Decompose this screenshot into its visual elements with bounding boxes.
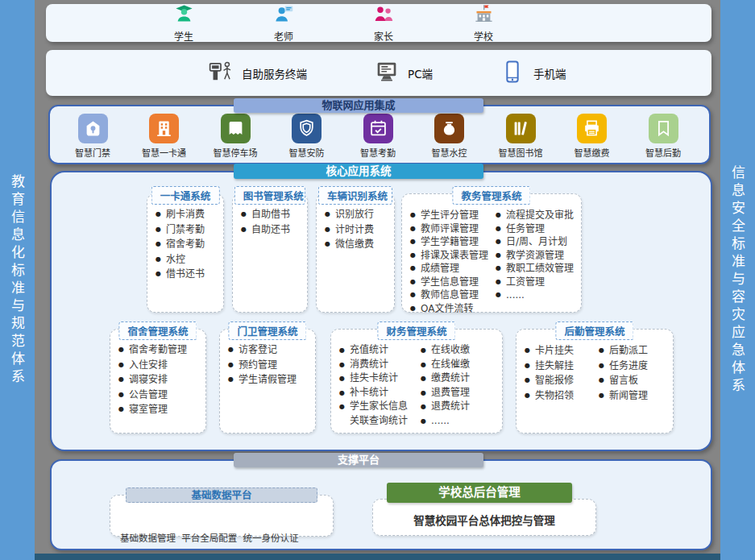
card-vehicle-recognition-system: 车辆识别系统 识别放行计时计费微信缴费: [316, 193, 395, 313]
left-sidebar-label: 教育信息化标准与规范体系: [7, 174, 27, 387]
iot-app-library: 智慧图书馆: [496, 114, 546, 163]
feature-list: 刷卡消费门禁考勤宿舍考勤水控借书还书: [156, 207, 218, 307]
iot-app-logistics: 智慧后勤: [638, 114, 688, 163]
iot-app-label: 智慧缴费: [575, 146, 610, 159]
user-teacher: 老师: [265, 3, 302, 43]
iot-app-label: 智慧考勤: [360, 146, 396, 159]
card-one-card-system: 一卡通系统 刷卡消费门禁考勤宿舍考勤水控借书还书: [147, 193, 224, 313]
iot-app-door-access: 智慧门禁: [68, 114, 118, 163]
list-item: 消费统计: [339, 358, 416, 372]
list-item: 教师信息管理: [410, 288, 491, 302]
card-title: 财务管理系统: [377, 321, 455, 340]
self-service-kiosk-icon: [207, 59, 234, 88]
list-item: 教学资源管理: [496, 249, 576, 263]
list-item: 门禁考勤: [156, 222, 218, 238]
feature-list: 宿舍考勤管理入住安排调寝安排公告管理寝室管理: [118, 342, 201, 428]
list-item: 寝室管理: [118, 402, 201, 417]
list-item: 补卡统计: [339, 386, 416, 400]
list-item: 学生学籍管理: [410, 235, 491, 249]
list-item: 微信缴费: [325, 237, 389, 252]
terminal-mobile: 手机端: [499, 59, 566, 88]
parents-icon: [373, 3, 395, 28]
support-section-header: 支撑平台: [234, 453, 483, 467]
list-item: 教职工绩效管理: [496, 262, 576, 276]
core-panel: 一卡通系统 刷卡消费门禁考勤宿舍考勤水控借书还书 图书管理系统 自助借书自助还书…: [50, 171, 712, 451]
student-icon: [173, 3, 195, 28]
iot-app-label: 智慧水控: [432, 146, 467, 159]
support-panel: 基础数据平台 基础数据管理 平台全局配置 统一身份认证 用户账户与权限管理 单点…: [50, 459, 712, 550]
list-item: 自助借书: [241, 207, 302, 222]
list-item: 借书还书: [156, 267, 218, 282]
core-section-header: 核心应用系统: [234, 164, 483, 179]
user-label: 学生: [174, 29, 193, 43]
iot-app-label: 智慧一卡通: [142, 146, 186, 159]
list-item: ......: [421, 414, 497, 429]
terminal-label: 自助服务终端: [242, 65, 307, 81]
card-title: 图书管理系统: [234, 186, 305, 205]
list-item: 宿舍考勤管理: [118, 342, 201, 358]
iot-app-parking: 智慧停车场: [210, 114, 260, 163]
feature-list: 自助借书自助还书: [241, 207, 302, 307]
iot-app-label: 智慧安防: [289, 146, 325, 159]
smart-campus-architecture-diagram: 教育信息化标准与规范体系 信息安全标准与容灾应急体系 学生 老师 家长 学校 自…: [0, 0, 755, 560]
iot-app-attendance: 智慧考勤: [353, 114, 403, 163]
list-item: 刷卡消费: [156, 207, 218, 222]
user-school: 学校: [465, 3, 502, 43]
water-control-icon: [434, 114, 464, 143]
list-item: 新闻管理: [599, 388, 668, 404]
card-title: 后勤管理系统: [555, 321, 633, 340]
list-item: 充值统计: [339, 343, 416, 358]
list-item: 后勤派工: [599, 343, 668, 359]
card-title: 一卡通系统: [151, 186, 220, 205]
iot-app-one-card: 智慧一卡通: [139, 114, 189, 163]
card-title: 教务管理系统: [452, 186, 530, 205]
terminal-label: 手机端: [533, 65, 566, 81]
iot-app-security: 智慧安防: [282, 114, 332, 163]
library-books-icon: [506, 114, 536, 143]
users-panel: 学生 老师 家长 学校: [46, 4, 711, 42]
user-student: 学生: [165, 3, 202, 43]
terminals-panel: 自助服务终端 PC端 手机端: [46, 50, 711, 96]
feature-list: 后勤派工任务进度留言板新闻管理: [599, 343, 668, 428]
list-item: 成绩管理: [410, 262, 491, 276]
list-item: 调寝安排: [118, 372, 201, 388]
school-icon: [473, 3, 495, 28]
attendance-calendar-icon: [363, 114, 393, 143]
list-item: 公告管理: [118, 388, 201, 403]
list-item: 学生请假管理: [228, 372, 310, 388]
user-label: 学校: [474, 29, 493, 43]
right-sidebar-label: 信息安全标准与容灾应急体系: [728, 165, 748, 396]
left-standards-sidebar: 教育信息化标准与规范体系: [0, 0, 35, 560]
list-item: 退费管理: [421, 386, 497, 400]
iot-app-label: 智慧后勤: [645, 146, 681, 159]
one-card-icon: [149, 114, 179, 143]
list-item: 教师评课管理: [410, 222, 491, 236]
card-academic-affairs-system: 教务管理系统 学生评分管理教师评课管理学生学籍管理排课及课表管理成绩管理学生信息…: [401, 193, 582, 313]
iot-app-label: 智慧停车场: [214, 146, 258, 159]
terminal-pc: PC端: [373, 59, 433, 88]
list-item: 在线催缴: [421, 358, 497, 372]
iot-panel: 智慧门禁 智慧一卡通 智慧停车场 智慧安防 智慧考勤 智慧水控 智慧图书馆 智: [48, 105, 711, 164]
card-title: 宿舍管理系统: [118, 321, 197, 340]
list-item: 智能报修: [525, 373, 594, 388]
list-item: 识别放行: [325, 207, 389, 222]
list-item: 在线收缴: [421, 343, 497, 358]
list-item: 计时计费: [325, 222, 389, 238]
iot-section-header: 物联网应用集成: [234, 98, 483, 113]
mobile-phone-icon: [499, 59, 526, 88]
iot-app-label: 智慧门禁: [75, 146, 110, 159]
base-data-platform-header: 基础数据平台: [126, 487, 317, 503]
list-item: 留言板: [599, 373, 668, 388]
card-dormitory-system: 宿舍管理系统 宿舍考勤管理入住安排调寝安排公告管理寝室管理: [110, 329, 206, 433]
terminal-self-service: 自助服务终端: [207, 59, 307, 88]
list-item: 任务进度: [599, 359, 668, 374]
user-label: 老师: [274, 29, 293, 43]
user-label: 家长: [374, 29, 393, 43]
feature-list: 学生评分管理教师评课管理学生学籍管理排课及课表管理成绩管理学生信息管理教师信息管…: [410, 209, 491, 307]
list-item: 退费统计: [421, 400, 497, 414]
list-item: 排课及课表管理: [410, 249, 491, 263]
logistics-bookmark-icon: [649, 114, 678, 143]
door-access-icon: [78, 114, 108, 143]
list-item: OA文件流转: [410, 302, 491, 316]
terminal-label: PC端: [408, 65, 433, 81]
